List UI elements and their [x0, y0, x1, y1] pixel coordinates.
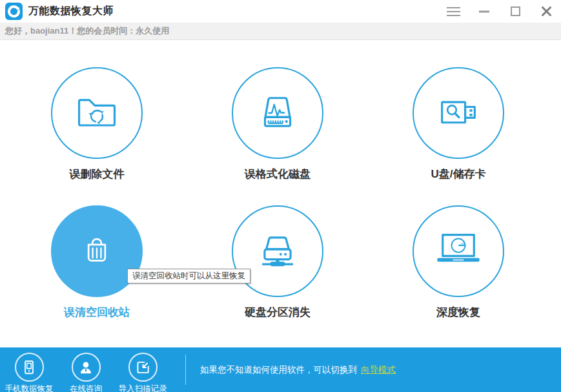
mode-circle[interactable]: [413, 205, 504, 297]
mode-emptied-recycle-bin[interactable]: 误清空回收站: [6, 205, 187, 320]
footer-item-online-support[interactable]: 在线咨询: [57, 353, 115, 392]
mode-deep-recovery[interactable]: 深度恢复: [368, 205, 549, 320]
mode-label: 误格式化磁盘: [245, 167, 311, 181]
import-scan-icon: [128, 353, 158, 382]
close-icon[interactable]: [539, 5, 553, 19]
mode-label: 误删除文件: [70, 167, 125, 181]
mode-circle[interactable]: [232, 67, 323, 159]
deep-recovery-icon: [434, 227, 483, 276]
wizard-hint-text: 如果您不知道如何使用软件，可以切换到: [200, 364, 357, 376]
phone-icon: [15, 353, 44, 382]
folder-recycle-icon: [72, 88, 121, 138]
member-status-bar: 您好，baojian11！您的会员时间：永久使用: [0, 23, 561, 40]
welcome-text: 您好，baojian11！您的会员时间：永久使用: [5, 25, 169, 37]
wizard-mode-link[interactable]: 向导模式: [361, 364, 396, 376]
mode-deleted-files[interactable]: 误删除文件: [6, 67, 187, 181]
wizard-hint: 如果您不知道如何使用软件，可以切换到 向导模式: [200, 347, 396, 392]
window-controls: [446, 5, 553, 19]
recovery-mode-grid: 误删除文件 误格式化磁盘: [0, 40, 561, 347]
online-support-icon: [72, 353, 101, 382]
footer-item-label: 在线咨询: [70, 384, 102, 392]
mode-circle[interactable]: [51, 67, 143, 159]
format-disk-icon: [253, 88, 302, 138]
mode-label: 误清空回收站: [64, 305, 130, 320]
app-logo-icon: [5, 3, 23, 20]
mode-formatted-disk[interactable]: 误格式化磁盘: [187, 67, 368, 181]
mode-circle[interactable]: [413, 67, 504, 159]
mode-label: 硬盘分区消失: [245, 305, 311, 320]
title-bar: 万能数据恢复大师: [0, 0, 561, 23]
footer-item-import-scan[interactable]: 导入扫描记录: [114, 353, 172, 392]
mode-label: U盘/储存卡: [431, 167, 486, 181]
mode-lost-partition[interactable]: 硬盘分区消失: [187, 205, 368, 320]
footer-bar: 手机数据恢复 在线咨询 导入扫描记录 如果您不知道如何使用软件，可以切换到 向导…: [0, 347, 561, 392]
mode-usb-storage[interactable]: U盘/储存卡: [368, 67, 549, 181]
footer-divider: [185, 355, 186, 385]
usb-drive-icon: [434, 88, 483, 138]
recycle-bin-tooltip: 误清空回收站时可以从这里恢复: [127, 269, 250, 284]
mode-label: 深度恢复: [436, 305, 480, 320]
menu-icon[interactable]: [446, 5, 460, 19]
trash-icon: [76, 230, 118, 273]
footer-item-label: 导入扫描记录: [119, 384, 167, 392]
app-title: 万能数据恢复大师: [28, 5, 114, 18]
footer-item-phone-recovery[interactable]: 手机数据恢复: [0, 353, 58, 392]
footer-item-label: 手机数据恢复: [5, 384, 54, 392]
minimize-icon[interactable]: [477, 5, 491, 19]
maximize-icon[interactable]: [508, 5, 522, 19]
disk-partition-icon: [253, 227, 302, 276]
